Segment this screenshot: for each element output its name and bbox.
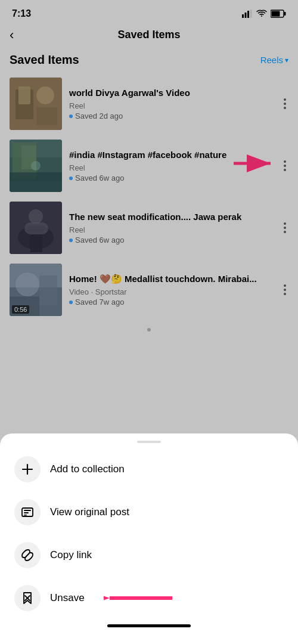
status-time: 7:13 [12,8,31,19]
add-to-collection-label: Add to collection [50,463,125,475]
video-duration: 0:56 [12,305,29,314]
item-menu-button[interactable] [281,94,288,114]
unsave-pink-arrow [104,587,175,609]
svg-rect-6 [284,12,286,16]
svg-point-24 [29,209,43,224]
page-header: ‹ Saved Items [0,24,298,48]
svg-rect-9 [18,86,30,104]
svg-rect-29 [39,275,57,305]
unsave-label: Unsave [50,592,85,604]
item-menu-button[interactable] [281,280,288,300]
unsave-icon [14,585,41,611]
item-thumbnail [10,78,62,130]
item-thumbnail [10,140,62,192]
content-area: Saved Items Reels ▾ world Divya Agarwal'… [0,48,298,336]
svg-point-17 [31,161,41,171]
item-title: #india #Instagram #facebook #nature [69,149,274,161]
item-info: world Divya Agarwal's Video Reel Saved 2… [69,87,274,120]
copy-link-label: Copy link [50,549,92,561]
item-type: Video · Sportstar [69,286,274,298]
wifi-icon [256,10,267,18]
list-item: 0:56 Home! 🤎🤔 Medallist touchdown. Mirab… [0,259,298,321]
plus-icon [14,456,41,482]
item-type: Reel [69,100,274,112]
post-icon [14,499,41,525]
status-bar: 7:13 [0,0,298,24]
battery-icon [271,10,286,18]
item-saved-time: Saved 7w ago [69,298,274,306]
item-saved-time: Saved 6w ago [69,236,274,244]
svg-rect-25 [30,234,42,252]
list-item: world Divya Agarwal's Video Reel Saved 2… [0,73,298,135]
filter-chevron-icon: ▾ [285,56,288,64]
item-thumbnail: 0:56 [10,264,62,316]
item-thumbnail [10,202,62,254]
svg-rect-1 [245,13,247,18]
svg-rect-3 [250,10,252,18]
item-saved-time: Saved 6w ago [69,174,274,182]
page-title: Saved Items [117,29,180,41]
svg-rect-11 [36,107,57,125]
add-to-collection-button[interactable]: Add to collection [0,448,298,491]
item-type: Reel [69,162,274,174]
item-saved-time: Saved 2d ago [69,112,274,120]
svg-rect-34 [24,510,31,511]
unsave-button[interactable]: Unsave [0,577,298,620]
svg-rect-35 [24,512,29,513]
scroll-indicator [0,321,298,336]
view-original-post-label: View original post [50,506,129,518]
svg-rect-23 [27,225,45,233]
item-title: world Divya Agarwal's Video [69,87,274,99]
svg-rect-16 [10,172,62,192]
item-info: Home! 🤎🤔 Medallist touchdown. Mirabai...… [69,273,274,306]
signal-icon [242,10,253,18]
sheet-handle [137,441,161,443]
bottom-sheet: Add to collection View original post Cop… [0,434,298,644]
scroll-dot [147,328,151,332]
svg-point-10 [36,86,54,104]
item-menu-button[interactable] [281,156,288,176]
item-info: #india #Instagram #facebook #nature Reel… [69,149,274,182]
status-icons [242,10,286,18]
section-title: Saved Items [10,53,79,67]
svg-rect-2 [247,11,249,18]
reels-filter-button[interactable]: Reels ▾ [260,55,288,65]
back-button[interactable]: ‹ [10,27,14,43]
item-type: Reel [69,224,274,236]
section-header: Saved Items Reels ▾ [0,48,298,73]
view-original-post-button[interactable]: View original post [0,491,298,534]
home-indicator [0,620,298,630]
svg-rect-5 [272,11,280,17]
item-title: The new seat modification.... Jawa perak [69,211,274,223]
item-menu-button[interactable] [281,218,288,238]
list-item: The new seat modification.... Jawa perak… [0,197,298,259]
saved-items-list: world Divya Agarwal's Video Reel Saved 2… [0,73,298,321]
list-item: #india #Instagram #facebook #nature Reel… [0,135,298,197]
home-bar [107,624,191,627]
item-info: The new seat modification.... Jawa perak… [69,211,274,244]
svg-line-37 [26,554,29,557]
link-icon [14,542,41,568]
svg-rect-36 [24,515,27,516]
copy-link-button[interactable]: Copy link [0,534,298,577]
sheet-handle-area [0,434,298,448]
item-title: Home! 🤎🤔 Medallist touchdown. Mirabai... [69,273,274,285]
svg-point-28 [15,273,39,296]
svg-rect-0 [242,14,244,18]
